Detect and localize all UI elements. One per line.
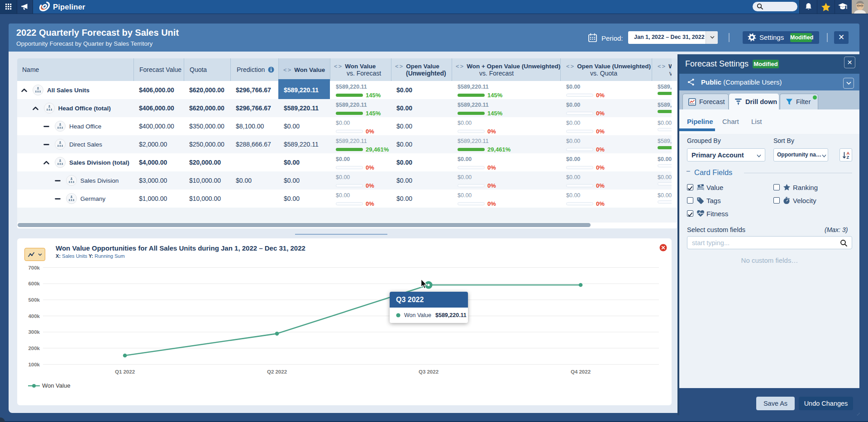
svg-text:Q3 2022: Q3 2022	[419, 369, 439, 375]
svg-text:100k: 100k	[28, 362, 40, 367]
svg-text:Q4 2022: Q4 2022	[571, 369, 591, 375]
svg-text:Q2 2022: Q2 2022	[267, 369, 287, 375]
svg-text:500k: 500k	[28, 297, 40, 303]
svg-text:Q1 2022: Q1 2022	[115, 369, 135, 375]
svg-text:Z: Z	[847, 155, 849, 159]
svg-text:300k: 300k	[28, 329, 40, 335]
svg-text:700k: 700k	[28, 265, 40, 270]
svg-text:600k: 600k	[28, 281, 40, 286]
svg-text:400k: 400k	[28, 313, 40, 319]
svg-text:200k: 200k	[28, 346, 40, 351]
